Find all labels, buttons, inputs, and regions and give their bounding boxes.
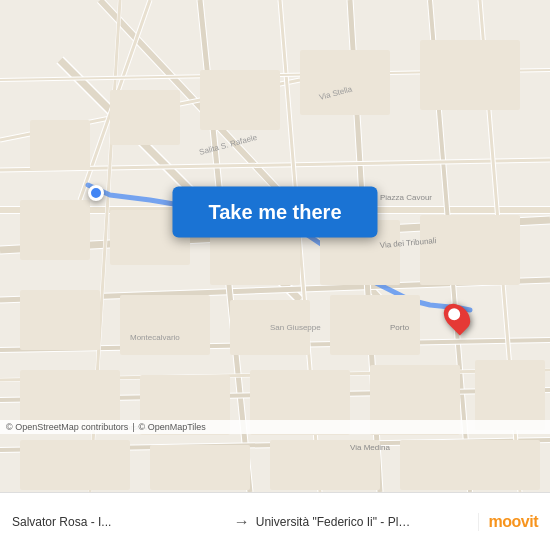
svg-text:Via Medina: Via Medina [350, 443, 390, 452]
svg-rect-51 [120, 295, 210, 355]
moovit-logo-text: moovit [489, 513, 538, 531]
attribution-tiles: © OpenMapTiles [139, 422, 206, 432]
svg-text:Piazza Cavour: Piazza Cavour [380, 193, 432, 202]
svg-rect-50 [20, 290, 100, 350]
destination-endpoint: Università "Federico Ii" - Pless... [256, 515, 472, 529]
svg-rect-49 [420, 215, 520, 285]
svg-rect-41 [110, 90, 180, 145]
moovit-logo: moovit [478, 513, 538, 531]
svg-rect-45 [20, 200, 90, 260]
svg-rect-43 [300, 50, 390, 115]
origin-endpoint: Salvator Rosa - I... [12, 515, 228, 529]
svg-rect-42 [200, 70, 280, 130]
route-arrow-icon: → [234, 513, 250, 531]
svg-text:Porto: Porto [390, 323, 410, 332]
origin-label: Salvator Rosa - I... [12, 515, 111, 529]
svg-text:San Giuseppe: San Giuseppe [270, 323, 321, 332]
app-container: Via Stella Salita S. Rafaele Piazza Cavo… [0, 0, 550, 550]
svg-rect-44 [420, 40, 520, 110]
pin-dot [446, 306, 463, 323]
svg-rect-60 [150, 445, 250, 490]
map-area: Via Stella Salita S. Rafaele Piazza Cavo… [0, 0, 550, 492]
destination-label: Università "Federico Ii" - Pless... [256, 515, 416, 529]
svg-rect-59 [20, 440, 130, 490]
take-me-there-button[interactable]: Take me there [172, 186, 377, 237]
start-marker [88, 185, 104, 201]
map-svg: Via Stella Salita S. Rafaele Piazza Cavo… [0, 0, 550, 492]
svg-rect-40 [30, 120, 90, 170]
attribution-bar: © OpenStreetMap contributors | © OpenMap… [0, 420, 550, 434]
svg-rect-62 [400, 440, 540, 490]
svg-text:Montecalvario: Montecalvario [130, 333, 180, 342]
attribution-osm: © OpenStreetMap contributors [6, 422, 128, 432]
bottom-bar: Salvator Rosa - I... → Università "Feder… [0, 492, 550, 550]
destination-marker [446, 302, 468, 332]
attribution-separator: | [132, 422, 134, 432]
